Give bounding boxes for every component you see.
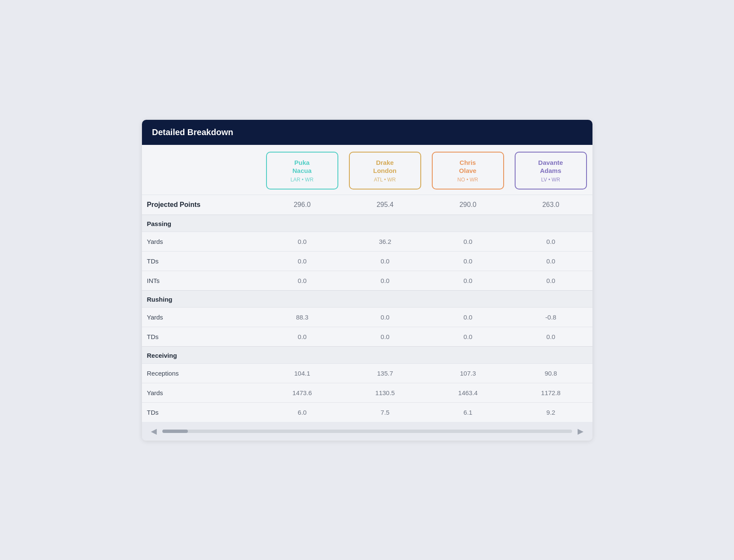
breakdown-table: PukaNacua LAR • WR DrakeLondon ATL • WR … xyxy=(142,145,592,422)
player-name-3: DavanteAdams xyxy=(523,158,578,175)
player-card-drake: DrakeLondon ATL • WR xyxy=(349,152,421,189)
player-card-puka: PukaNacua LAR • WR xyxy=(266,152,338,189)
rushing-yards-val-2: 0.0 xyxy=(427,307,510,327)
player-info-3: LV • WR xyxy=(523,177,578,183)
player-cell-3: DavanteAdams LV • WR xyxy=(510,145,592,195)
receiving-receptions-val-0: 104.1 xyxy=(261,363,344,383)
projected-points-val-3: 263.0 xyxy=(510,195,592,215)
player-info-0: LAR • WR xyxy=(275,177,330,183)
receiving-yards-val-3: 1172.8 xyxy=(510,383,592,402)
section-receiving: Receiving xyxy=(142,346,592,363)
receiving-tds-val-3: 9.2 xyxy=(510,402,592,422)
passing-tds-row: TDs 0.0 0.0 0.0 0.0 xyxy=(142,251,592,271)
rushing-yards-label: Yards xyxy=(142,307,261,327)
rushing-tds-val-1: 0.0 xyxy=(344,327,427,346)
player-cell-2: ChrisOlave NO • WR xyxy=(427,145,510,195)
header: Detailed Breakdown xyxy=(142,120,592,145)
section-rushing-label: Rushing xyxy=(142,290,592,307)
section-rushing: Rushing xyxy=(142,290,592,307)
player-info-1: ATL • WR xyxy=(357,177,413,183)
scrollbar-track[interactable] xyxy=(162,430,572,433)
player-card-davante: DavanteAdams LV • WR xyxy=(515,152,587,189)
receiving-receptions-row: Receptions 104.1 135.7 107.3 90.8 xyxy=(142,363,592,383)
passing-ints-label: INTs xyxy=(142,271,261,290)
player-name-2: ChrisOlave xyxy=(440,158,496,175)
passing-yards-val-2: 0.0 xyxy=(427,232,510,251)
receiving-yards-label: Yards xyxy=(142,383,261,402)
player-card-chris: ChrisOlave NO • WR xyxy=(432,152,504,189)
receiving-receptions-val-1: 135.7 xyxy=(344,363,427,383)
rushing-tds-val-3: 0.0 xyxy=(510,327,592,346)
player-cell-1: DrakeLondon ATL • WR xyxy=(344,145,427,195)
receiving-tds-row: TDs 6.0 7.5 6.1 9.2 xyxy=(142,402,592,422)
receiving-receptions-val-3: 90.8 xyxy=(510,363,592,383)
projected-points-val-0: 296.0 xyxy=(261,195,344,215)
rushing-yards-val-1: 0.0 xyxy=(344,307,427,327)
passing-ints-val-1: 0.0 xyxy=(344,271,427,290)
table-wrapper: PukaNacua LAR • WR DrakeLondon ATL • WR … xyxy=(142,145,592,422)
empty-header-cell xyxy=(142,145,261,195)
player-name-0: PukaNacua xyxy=(275,158,330,175)
header-title: Detailed Breakdown xyxy=(152,127,233,137)
rushing-yards-val-0: 88.3 xyxy=(261,307,344,327)
rushing-tds-label: TDs xyxy=(142,327,261,346)
player-header-row: PukaNacua LAR • WR DrakeLondon ATL • WR … xyxy=(142,145,592,195)
receiving-yards-val-2: 1463.4 xyxy=(427,383,510,402)
passing-tds-label: TDs xyxy=(142,251,261,271)
passing-tds-val-3: 0.0 xyxy=(510,251,592,271)
rushing-tds-val-2: 0.0 xyxy=(427,327,510,346)
passing-yards-row: Yards 0.0 36.2 0.0 0.0 xyxy=(142,232,592,251)
receiving-yards-val-0: 1473.6 xyxy=(261,383,344,402)
passing-yards-label: Yards xyxy=(142,232,261,251)
passing-ints-val-0: 0.0 xyxy=(261,271,344,290)
passing-tds-val-1: 0.0 xyxy=(344,251,427,271)
receiving-receptions-val-2: 107.3 xyxy=(427,363,510,383)
receiving-tds-val-0: 6.0 xyxy=(261,402,344,422)
section-passing-label: Passing xyxy=(142,215,592,232)
main-container: Detailed Breakdown PukaNacua LAR • WR Dr… xyxy=(142,120,592,441)
scroll-right-arrow[interactable]: ▶ xyxy=(575,426,586,436)
projected-points-val-2: 290.0 xyxy=(427,195,510,215)
player-info-2: NO • WR xyxy=(440,177,496,183)
section-passing: Passing xyxy=(142,215,592,232)
receiving-yards-val-1: 1130.5 xyxy=(344,383,427,402)
receiving-tds-val-1: 7.5 xyxy=(344,402,427,422)
rushing-yards-val-3: -0.8 xyxy=(510,307,592,327)
receiving-tds-val-2: 6.1 xyxy=(427,402,510,422)
passing-ints-val-3: 0.0 xyxy=(510,271,592,290)
passing-yards-val-1: 36.2 xyxy=(344,232,427,251)
receiving-tds-label: TDs xyxy=(142,402,261,422)
player-cell-0: PukaNacua LAR • WR xyxy=(261,145,344,195)
section-receiving-label: Receiving xyxy=(142,346,592,363)
scrollbar-thumb[interactable] xyxy=(162,430,188,433)
receiving-receptions-label: Receptions xyxy=(142,363,261,383)
projected-points-row: Projected Points 296.0 295.4 290.0 263.0 xyxy=(142,195,592,215)
rushing-yards-row: Yards 88.3 0.0 0.0 -0.8 xyxy=(142,307,592,327)
passing-yards-val-0: 0.0 xyxy=(261,232,344,251)
projected-points-label: Projected Points xyxy=(142,195,261,215)
passing-tds-val-2: 0.0 xyxy=(427,251,510,271)
scroll-left-arrow[interactable]: ◀ xyxy=(149,426,159,436)
passing-tds-val-0: 0.0 xyxy=(261,251,344,271)
scroll-footer: ◀ ▶ xyxy=(142,422,592,441)
receiving-yards-row: Yards 1473.6 1130.5 1463.4 1172.8 xyxy=(142,383,592,402)
passing-yards-val-3: 0.0 xyxy=(510,232,592,251)
player-name-1: DrakeLondon xyxy=(357,158,413,175)
passing-ints-row: INTs 0.0 0.0 0.0 0.0 xyxy=(142,271,592,290)
projected-points-val-1: 295.4 xyxy=(344,195,427,215)
rushing-tds-val-0: 0.0 xyxy=(261,327,344,346)
passing-ints-val-2: 0.0 xyxy=(427,271,510,290)
rushing-tds-row: TDs 0.0 0.0 0.0 0.0 xyxy=(142,327,592,346)
